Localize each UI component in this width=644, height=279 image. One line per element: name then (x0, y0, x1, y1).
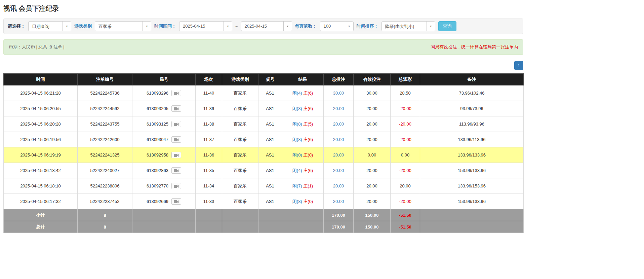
column-header: 总投注 (324, 74, 354, 85)
summary-empty-cell (132, 221, 196, 233)
summary-empty-cell (132, 209, 196, 221)
page-title: 视讯 会员下注纪录 (3, 4, 523, 13)
total-bet-link[interactable]: 20.00 (333, 183, 344, 188)
query-type-value: 日期查询 (29, 22, 63, 31)
view-video-button[interactable] (171, 90, 181, 96)
cell-table-no: AS1 (258, 163, 282, 178)
query-type-select[interactable]: 日期查询 ▼ (28, 21, 71, 31)
result-player: 闲(4) (292, 91, 302, 96)
cell-valid-bet: 20.00 (354, 163, 391, 178)
summary-count: 8 (78, 221, 132, 233)
cell-valid-bet: 20.00 (354, 178, 391, 194)
view-video-button[interactable] (171, 105, 181, 112)
summary-payout: -51.50 (391, 221, 420, 233)
cell-result: 闲(8) 庄(5) (282, 116, 324, 132)
chevron-down-icon[interactable]: ▼ (345, 22, 353, 31)
cell-time: 2025-04-15 06:19:19 (4, 147, 78, 163)
view-video-button[interactable] (171, 121, 181, 127)
cell-bet-id: 522422243755 (78, 116, 132, 132)
chevron-down-icon[interactable]: ▼ (427, 22, 435, 31)
view-video-button[interactable] (171, 152, 181, 158)
total-bet-link[interactable]: 20.00 (333, 137, 344, 142)
chevron-down-icon[interactable]: ▼ (143, 22, 151, 31)
total-bet-link[interactable]: 20.00 (333, 121, 344, 127)
summary-empty-cell (196, 221, 222, 233)
page-button-1[interactable]: 1 (514, 61, 523, 70)
cell-bet-id: 522422237452 (78, 194, 132, 209)
cell-result: 闲(7) 庄(1) (282, 178, 324, 194)
result-banker: 庄(5) (303, 121, 313, 127)
sort-order-select[interactable]: 降幂(由大到小) ▼ (381, 21, 435, 31)
date-from-select[interactable]: 2025-04-15 ▼ (179, 21, 232, 31)
cell-valid-bet: 20.00 (354, 194, 391, 209)
game-type-select[interactable]: 百家乐 ▼ (95, 21, 151, 31)
cell-round: 613093125 (132, 116, 196, 132)
result-banker: 庄(0) (303, 199, 313, 204)
cell-result: 闲(4) 庄(6) (282, 163, 324, 178)
chevron-down-icon[interactable]: ▼ (63, 22, 71, 31)
page-size-value: 100 (320, 22, 345, 31)
cell-table-no: AS1 (258, 147, 282, 163)
cell-total-bet: 30.00 (324, 85, 354, 101)
cell-total-bet: 20.00 (324, 163, 354, 178)
query-type-label: 请选择： (8, 23, 25, 29)
total-bet-link[interactable]: 20.00 (333, 199, 344, 204)
round-number: 613093205 (147, 106, 168, 111)
summary-info: 币别：人民币 | 总共 :8 注单 | (9, 44, 65, 50)
cell-result: 闲(8) 庄(6) (282, 132, 324, 147)
cell-session: 11-37 (196, 132, 222, 147)
cell-time: 2025-04-15 06:20:28 (4, 116, 78, 132)
cell-payout: -20.00 (391, 101, 420, 116)
video-icon (174, 123, 179, 126)
summary-total-bet: 170.00 (324, 221, 354, 233)
cell-session: 11-38 (196, 116, 222, 132)
video-icon (174, 107, 179, 111)
summary-label: 总计 (4, 221, 78, 233)
cell-remark: 133.96/113.96 (420, 132, 524, 147)
view-video-button[interactable] (171, 198, 181, 205)
search-button[interactable]: 查询 (438, 21, 456, 31)
round-number: 613092770 (147, 183, 168, 188)
cell-time: 2025-04-15 06:21:28 (4, 85, 78, 101)
column-header: 注单编号 (78, 74, 132, 85)
cell-valid-bet: 0.00 (354, 147, 391, 163)
cell-result: 闲(8) 庄(0) (282, 194, 324, 209)
page-size-select[interactable]: 100 ▼ (320, 21, 354, 31)
cell-total-bet: 20.00 (324, 147, 354, 163)
round-number: 613093125 (147, 121, 168, 127)
cell-session: 11-40 (196, 85, 222, 101)
cell-time: 2025-04-15 06:18:10 (4, 178, 78, 194)
sort-order-label: 时间排序： (357, 23, 378, 29)
chevron-down-icon[interactable]: ▼ (224, 22, 232, 31)
summary-total-bet: 170.00 (324, 209, 354, 221)
content-area: 视讯 会员下注纪录 请选择： 日期查询 ▼ 游戏类别 百家乐 ▼ 时间区间： 2… (3, 4, 523, 279)
chevron-down-icon[interactable]: ▼ (283, 22, 292, 31)
cell-game-type: 百家乐 (222, 101, 258, 116)
total-bet-link[interactable]: 20.00 (333, 168, 344, 173)
cell-time: 2025-04-15 06:19:56 (4, 132, 78, 147)
round-number: 613093296 (147, 91, 168, 96)
column-header: 局号 (132, 74, 196, 85)
total-bet-link[interactable]: 20.00 (333, 106, 344, 111)
table-header-row: 时间注单编号局号场次游戏类别桌号结果总投注有效投注总派彩备注 (4, 74, 524, 85)
cell-result: 闲(4) 庄(6) (282, 85, 324, 101)
date-from-value: 2025-04-15 (179, 22, 224, 31)
cell-session: 11-39 (196, 101, 222, 116)
filter-bar: 请选择： 日期查询 ▼ 游戏类别 百家乐 ▼ 时间区间： 2025-04-15 … (3, 19, 523, 34)
date-to-select[interactable]: 2025-04-15 ▼ (241, 21, 292, 31)
view-video-button[interactable] (171, 167, 181, 174)
cell-payout: 0.00 (391, 147, 420, 163)
view-video-button[interactable] (171, 183, 181, 189)
result-banker: 庄(6) (303, 91, 313, 96)
total-bet-link[interactable]: 30.00 (333, 91, 344, 96)
cell-game-type: 百家乐 (222, 116, 258, 132)
summary-row: 小计8170.00150.00-51.50 (4, 209, 524, 221)
view-video-button[interactable] (171, 136, 181, 143)
video-icon (174, 92, 179, 95)
cell-total-bet: 20.00 (324, 132, 354, 147)
cell-remark: 73.96/102.46 (420, 85, 524, 101)
game-type-label: 游戏类别 (74, 23, 92, 29)
column-header: 总派彩 (391, 74, 420, 85)
total-bet-link[interactable]: 20.00 (333, 152, 344, 158)
cell-payout: -20.00 (391, 116, 420, 132)
